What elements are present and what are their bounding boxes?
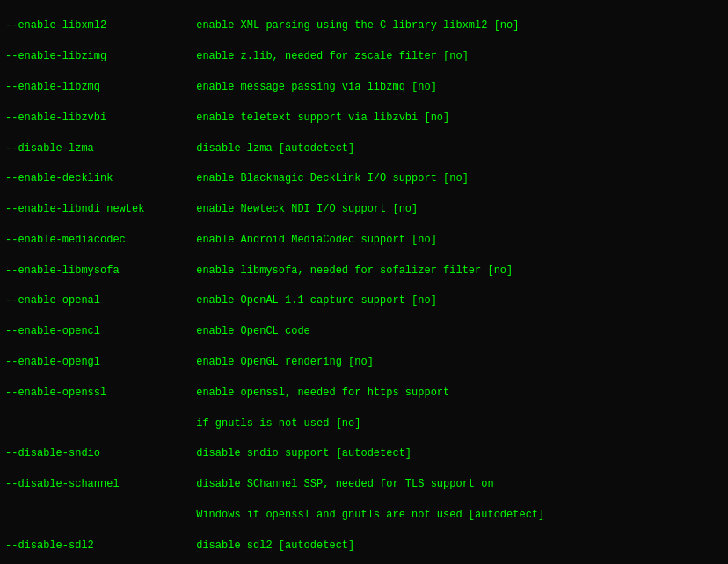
flag-decklink: --enable-decklink	[5, 171, 190, 186]
desc-schannel-cont: Windows if openssl and gnutls are not us…	[190, 508, 544, 523]
flag-sdl2: --disable-sdl2	[5, 539, 190, 553]
flag-mediacodec: --enable-mediacodec	[5, 233, 190, 248]
line-schannel-cont: Windows if openssl and gnutls are not us…	[5, 508, 723, 523]
flag-libxml2: --enable-libxml2	[5, 18, 190, 33]
desc-opengl: enable OpenGL rendering [no]	[190, 355, 374, 370]
terminal-output: --enable-libxml2 enable XML parsing usin…	[5, 4, 723, 564]
flag-sndio: --disable-sndio	[5, 446, 190, 461]
desc-libndi: enable Newteck NDI I/O support [no]	[190, 202, 418, 217]
desc-openssl: enable openssl, needed for https support	[190, 386, 449, 401]
line-libmysofa: --enable-libmysofa enable libmysofa, nee…	[5, 264, 723, 278]
flag-openal: --enable-openal	[5, 293, 190, 308]
flag-libzimg: --enable-libzimg	[5, 49, 190, 64]
line-openal: --enable-openal enable OpenAL 1.1 captur…	[5, 293, 723, 308]
flag-libzmq: --enable-libzmq	[5, 80, 190, 95]
desc-libxml2: enable XML parsing using the C library l…	[190, 18, 519, 33]
line-opengl: --enable-opengl enable OpenGL rendering …	[5, 355, 723, 370]
line-sndio: --disable-sndio disable sndio support [a…	[5, 446, 723, 461]
desc-libzmq: enable message passing via libzmq [no]	[190, 80, 437, 95]
desc-sndio: disable sndio support [autodetect]	[190, 446, 411, 461]
flag-lzma: --disable-lzma	[5, 141, 190, 156]
flag-openssl-cont	[5, 416, 190, 431]
desc-openssl-cont: if gnutls is not used [no]	[190, 416, 360, 431]
line-libxml2: --enable-libxml2 enable XML parsing usin…	[5, 18, 723, 33]
flag-libzvbi: --enable-libzvbi	[5, 111, 190, 126]
line-libndi: --enable-libndi_newtek enable Newteck ND…	[5, 202, 723, 217]
flag-opencl: --enable-opencl	[5, 324, 190, 339]
desc-schannel: disable SChannel SSP, needed for TLS sup…	[190, 477, 494, 492]
desc-decklink: enable Blackmagic DeckLink I/O support […	[190, 171, 469, 186]
desc-libzimg: enable z.lib, needed for zscale filter […	[190, 49, 469, 64]
flag-openssl: --enable-openssl	[5, 386, 190, 401]
desc-opencl: enable OpenCL code	[190, 324, 310, 339]
desc-sdl2: disable sdl2 [autodetect]	[190, 539, 354, 553]
flag-libmysofa: --enable-libmysofa	[5, 264, 190, 278]
line-schannel: --disable-schannel disable SChannel SSP,…	[5, 477, 723, 492]
desc-libzvbi: enable teletext support via libzvbi [no]	[190, 111, 449, 126]
flag-schannel-cont	[5, 508, 190, 523]
flag-schannel: --disable-schannel	[5, 477, 190, 492]
line-libzmq: --enable-libzmq enable message passing v…	[5, 80, 723, 95]
line-openssl-cont: if gnutls is not used [no]	[5, 416, 723, 431]
desc-openal: enable OpenAL 1.1 capture support [no]	[190, 293, 437, 308]
line-libzimg: --enable-libzimg enable z.lib, needed fo…	[5, 49, 723, 64]
line-lzma: --disable-lzma disable lzma [autodetect]	[5, 141, 723, 156]
flag-opengl: --enable-opengl	[5, 355, 190, 370]
flag-libndi: --enable-libndi_newtek	[5, 202, 190, 217]
line-decklink: --enable-decklink enable Blackmagic Deck…	[5, 171, 723, 186]
line-opencl: --enable-opencl enable OpenCL code	[5, 324, 723, 339]
line-libzvbi: --enable-libzvbi enable teletext support…	[5, 111, 723, 126]
line-openssl: --enable-openssl enable openssl, needed …	[5, 386, 723, 401]
line-mediacodec: --enable-mediacodec enable Android Media…	[5, 233, 723, 248]
desc-libmysofa: enable libmysofa, needed for sofalizer f…	[190, 264, 513, 278]
desc-lzma: disable lzma [autodetect]	[190, 141, 354, 156]
line-sdl2: --disable-sdl2 disable sdl2 [autodetect]	[5, 539, 723, 553]
desc-mediacodec: enable Android MediaCodec support [no]	[190, 233, 437, 248]
